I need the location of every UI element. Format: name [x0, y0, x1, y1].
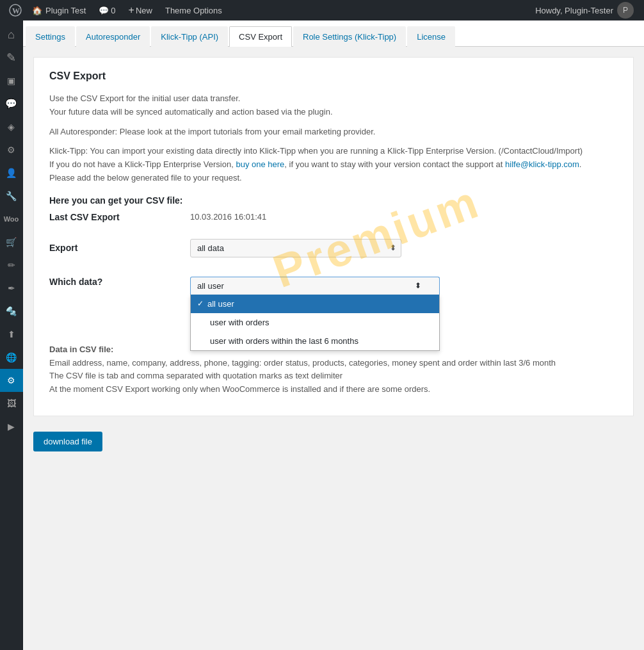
info-text-2: All Autoresponder: Please look at the im… — [49, 126, 618, 139]
tab-bar: Settings Autoresponder Klick-Tipp (API) … — [23, 20, 644, 47]
buy-link[interactable]: buy one here — [236, 159, 284, 169]
orders-icon[interactable]: ✏ — [0, 254, 23, 277]
which-data-dropdown: all user ⬍ ✓ all user user with orders — [190, 277, 440, 295]
which-data-label: Which data? — [49, 277, 190, 287]
tab-license[interactable]: License — [407, 26, 455, 47]
which-data-row: Which data? all user ⬍ ✓ all user — [49, 274, 618, 295]
dropdown-selected-text: all user — [197, 281, 224, 291]
plugins-icon[interactable]: ⚙ — [0, 138, 23, 161]
wrench-icon[interactable]: 🔩 — [0, 300, 23, 323]
posts-icon[interactable]: ✎ — [0, 46, 23, 69]
export-label: Export — [49, 243, 190, 253]
csv-file-label: Here you can get your CSV file: — [49, 195, 618, 206]
comments-link[interactable]: 💬 0 — [92, 0, 122, 20]
export-row: Export all data filtered data ⬍ — [49, 239, 618, 257]
info-text-3: Klick-Tipp: You can import your existing… — [49, 145, 618, 184]
data-info-title: Data in CSV file: — [49, 345, 113, 354]
dropdown-item-all-user[interactable]: ✓ all user — [191, 295, 439, 313]
checkmark-icon: ✓ — [197, 299, 204, 308]
dashboard-icon[interactable]: ⌂ — [0, 23, 23, 46]
upload-icon[interactable]: ⬆ — [0, 323, 23, 346]
last-export-row: Last CSV Export 10.03.2016 16:01:41 — [49, 212, 618, 222]
media-icon[interactable]: ▣ — [0, 69, 23, 92]
last-export-value: 10.03.2016 16:01:41 — [190, 212, 266, 222]
dropdown-list: ✓ all user user with orders user with or… — [190, 295, 440, 351]
tools-icon[interactable]: 🔧 — [0, 184, 23, 207]
svg-text:W: W — [12, 6, 20, 15]
dropdown-arrow-icon: ⬍ — [415, 281, 421, 290]
new-content-link[interactable]: + New — [122, 0, 159, 20]
appearance-icon[interactable]: ◈ — [0, 115, 23, 138]
comments-icon[interactable]: 💬 — [0, 92, 23, 115]
tab-autoresponder[interactable]: Autoresponder — [76, 26, 150, 47]
admin-sidebar: ⌂ ✎ ▣ 💬 ◈ ⚙ 👤 🔧 Woo 🛒 ✏ ✒ 🔩 ⬆ 🌐 ⚙ 🖼 ▶ — [0, 20, 23, 650]
tab-settings[interactable]: Settings — [26, 26, 75, 47]
card-title: CSV Export — [49, 70, 618, 82]
dropdown-display[interactable]: all user ⬍ — [190, 277, 440, 295]
email-link[interactable]: hilfe@klick-tipp.com — [505, 159, 579, 169]
theme-options-link[interactable]: Theme Options — [159, 0, 229, 20]
image-icon[interactable]: 🖼 — [0, 392, 23, 415]
woocommerce-icon[interactable]: Woo — [0, 207, 23, 231]
howdy-label[interactable]: Howdy, Plugin-Tester P — [530, 2, 639, 19]
site-name-link[interactable]: 🏠 Plugin Test — [26, 0, 92, 20]
users-icon[interactable]: 👤 — [0, 161, 23, 184]
dropdown-item-user-with-orders[interactable]: user with orders — [191, 313, 439, 332]
products-icon[interactable]: 🛒 — [0, 231, 23, 254]
info-text-1: Use the CSV Export for the initial user … — [49, 92, 618, 119]
tab-klick-tipp-api[interactable]: Klick-Tipp (API) — [151, 26, 228, 47]
export-select[interactable]: all data filtered data — [190, 239, 401, 257]
avatar: P — [617, 2, 634, 19]
export-select-wrapper: all data filtered data ⬍ — [190, 239, 401, 257]
globe-icon[interactable]: 🌐 — [0, 346, 23, 369]
admin-bar: W 🏠 Plugin Test 💬 0 + New Theme Options … — [0, 0, 644, 20]
pencil-icon[interactable]: ✒ — [0, 277, 23, 300]
settings-active-icon[interactable]: ⚙ — [0, 369, 23, 392]
tab-csv-export[interactable]: CSV Export — [229, 26, 292, 47]
dropdown-item-user-with-orders-6months[interactable]: user with orders within the last 6 month… — [191, 332, 439, 350]
play-icon[interactable]: ▶ — [0, 415, 23, 438]
data-in-csv-info: Data in CSV file: Email address, name, c… — [49, 343, 618, 396]
last-export-label: Last CSV Export — [49, 212, 190, 222]
wp-logo[interactable]: W — [5, 0, 26, 20]
download-file-button[interactable]: download file — [33, 432, 102, 451]
tab-role-settings[interactable]: Role Settings (Klick-Tipp) — [293, 26, 406, 47]
csv-export-card: Premium CSV Export Use the CSV Export fo… — [33, 57, 634, 416]
